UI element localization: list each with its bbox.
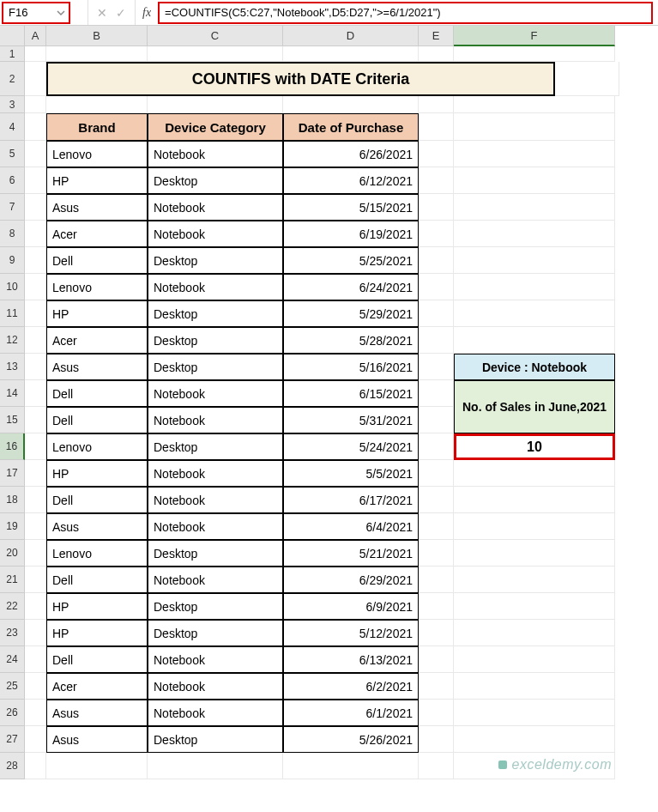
cell[interactable]: [419, 646, 454, 673]
cell[interactable]: [555, 62, 619, 96]
col-header-E[interactable]: E: [419, 26, 454, 46]
cell[interactable]: [25, 96, 46, 113]
cell[interactable]: [454, 646, 615, 673]
cell-category[interactable]: Desktop: [148, 593, 283, 620]
cell[interactable]: [419, 327, 454, 354]
cell-category[interactable]: Notebook: [148, 274, 283, 300]
cell-date[interactable]: 5/12/2021: [283, 620, 419, 646]
cell-date[interactable]: 5/26/2021: [283, 726, 419, 753]
row-header-8[interactable]: 8: [0, 221, 25, 247]
cell-category[interactable]: Desktop: [148, 247, 283, 274]
cell[interactable]: [419, 221, 454, 247]
row-header-15[interactable]: 15: [0, 407, 25, 433]
cell[interactable]: [25, 433, 46, 460]
col-header-A[interactable]: A: [25, 26, 46, 46]
row-header-4[interactable]: 4: [0, 113, 25, 141]
cell[interactable]: [454, 540, 615, 567]
cell-date[interactable]: 5/29/2021: [283, 300, 419, 327]
cell-category[interactable]: Notebook: [148, 460, 283, 487]
cell-category[interactable]: Notebook: [148, 221, 283, 247]
cell-category[interactable]: Notebook: [148, 380, 283, 407]
cell[interactable]: [283, 753, 419, 779]
row-header-21[interactable]: 21: [0, 567, 25, 593]
row-header-10[interactable]: 10: [0, 274, 25, 300]
cell[interactable]: [419, 46, 454, 62]
cell[interactable]: [25, 46, 46, 62]
row-header-16[interactable]: 16: [0, 433, 25, 460]
col-header-B[interactable]: B: [46, 26, 148, 46]
cell[interactable]: [419, 380, 454, 407]
cell-category[interactable]: Desktop: [148, 726, 283, 753]
row-header-18[interactable]: 18: [0, 487, 25, 513]
col-header-C[interactable]: C: [148, 26, 283, 46]
cell[interactable]: [25, 673, 46, 700]
cell-brand[interactable]: Dell: [46, 487, 148, 513]
cell[interactable]: [419, 354, 454, 380]
name-box-dropdown[interactable]: [53, 3, 69, 22]
cell-brand[interactable]: Dell: [46, 247, 148, 274]
cell[interactable]: [454, 487, 615, 513]
row-header-26[interactable]: 26: [0, 700, 25, 726]
cell[interactable]: [419, 194, 454, 221]
cell-date[interactable]: 6/1/2021: [283, 700, 419, 726]
cell-brand[interactable]: Acer: [46, 673, 148, 700]
cell[interactable]: [25, 274, 46, 300]
cell[interactable]: [454, 167, 615, 194]
cell-date[interactable]: 6/29/2021: [283, 567, 419, 593]
cell[interactable]: [454, 620, 615, 646]
cell[interactable]: [419, 567, 454, 593]
cell-date[interactable]: 6/9/2021: [283, 593, 419, 620]
cell-category[interactable]: Desktop: [148, 167, 283, 194]
cell[interactable]: [25, 141, 46, 167]
cell-date[interactable]: 5/15/2021: [283, 194, 419, 221]
cell-brand[interactable]: Acer: [46, 221, 148, 247]
name-box[interactable]: [3, 6, 53, 19]
cell[interactable]: [454, 274, 615, 300]
col-header-F[interactable]: F: [454, 26, 615, 46]
cell[interactable]: [454, 113, 615, 141]
cell-date[interactable]: 5/21/2021: [283, 540, 419, 567]
row-header-7[interactable]: 7: [0, 194, 25, 221]
row-header-6[interactable]: 6: [0, 167, 25, 194]
row-header-28[interactable]: 28: [0, 753, 25, 779]
cell[interactable]: [419, 407, 454, 433]
cell-brand[interactable]: Lenovo: [46, 274, 148, 300]
cell-category[interactable]: Notebook: [148, 673, 283, 700]
cell[interactable]: [25, 620, 46, 646]
cell[interactable]: [25, 460, 46, 487]
cell-category[interactable]: Desktop: [148, 620, 283, 646]
cell-brand[interactable]: Lenovo: [46, 141, 148, 167]
cell-brand[interactable]: Dell: [46, 646, 148, 673]
cell-date[interactable]: 5/31/2021: [283, 407, 419, 433]
row-header-27[interactable]: 27: [0, 726, 25, 753]
cell-date[interactable]: 5/16/2021: [283, 354, 419, 380]
cell[interactable]: [25, 247, 46, 274]
cell-date[interactable]: 5/28/2021: [283, 327, 419, 354]
cell[interactable]: [25, 167, 46, 194]
cell-date[interactable]: 6/4/2021: [283, 513, 419, 540]
cell-date[interactable]: 5/5/2021: [283, 460, 419, 487]
cell-date[interactable]: 6/24/2021: [283, 274, 419, 300]
row-header-22[interactable]: 22: [0, 593, 25, 620]
row-header-13[interactable]: 13: [0, 354, 25, 380]
row-header-3[interactable]: 3: [0, 96, 25, 113]
row-header-23[interactable]: 23: [0, 620, 25, 646]
cell[interactable]: [419, 247, 454, 274]
cell[interactable]: [148, 46, 283, 62]
cell-brand[interactable]: Lenovo: [46, 433, 148, 460]
row-header-17[interactable]: 17: [0, 460, 25, 487]
row-header-11[interactable]: 11: [0, 300, 25, 327]
cell-brand[interactable]: Asus: [46, 194, 148, 221]
enter-icon[interactable]: ✓: [116, 6, 126, 20]
cell[interactable]: [419, 487, 454, 513]
cell-brand[interactable]: HP: [46, 593, 148, 620]
select-all-corner[interactable]: [0, 26, 25, 46]
cell[interactable]: [454, 700, 615, 726]
cell[interactable]: [454, 221, 615, 247]
cell-brand[interactable]: Dell: [46, 380, 148, 407]
cell[interactable]: [419, 113, 454, 141]
cell-category[interactable]: Notebook: [148, 487, 283, 513]
cell[interactable]: [419, 274, 454, 300]
cell[interactable]: [419, 141, 454, 167]
cell[interactable]: [454, 513, 615, 540]
